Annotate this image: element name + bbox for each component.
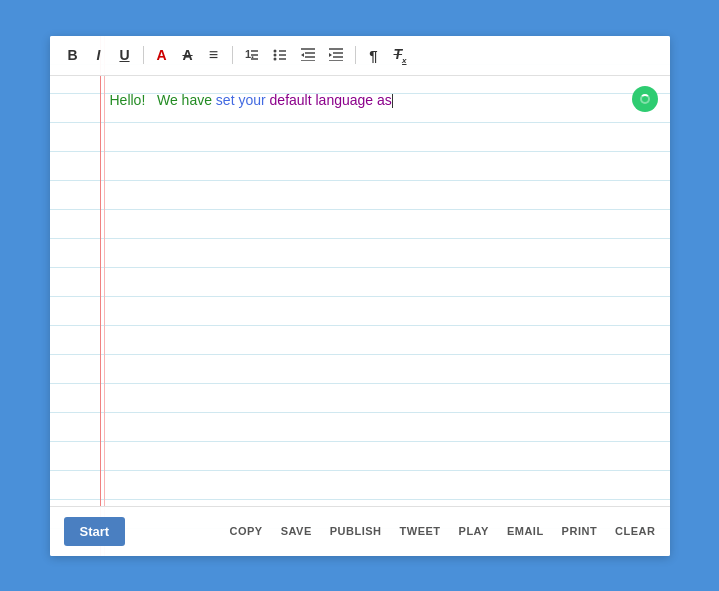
clear-format-button[interactable]: Tx — [389, 44, 412, 68]
svg-text:1.: 1. — [245, 48, 254, 60]
cursor — [392, 94, 393, 108]
text-as: as — [377, 92, 392, 108]
publish-button[interactable]: PUBLISH — [330, 523, 382, 539]
paragraph-button[interactable]: ¶ — [363, 45, 385, 66]
text-set: set — [216, 92, 239, 108]
spinner-inner — [640, 94, 650, 104]
indent-button[interactable] — [324, 44, 348, 66]
ordered-list-button[interactable]: 1. — [240, 44, 264, 66]
align-button[interactable]: ≡ — [203, 44, 225, 66]
footer-actions: COPY SAVE PUBLISH TWEET PLAY EMAIL PRINT… — [229, 523, 655, 539]
text-your: your — [238, 92, 269, 108]
svg-point-8 — [273, 58, 276, 61]
separator1 — [143, 46, 144, 64]
separator2 — [232, 46, 233, 64]
separator3 — [355, 46, 356, 64]
text-hello: Hello! — [110, 92, 146, 108]
footer: Start COPY SAVE PUBLISH TWEET PLAY EMAIL… — [50, 506, 670, 556]
svg-point-6 — [273, 54, 276, 57]
text-default: default — [270, 92, 316, 108]
email-button[interactable]: EMAIL — [507, 523, 544, 539]
print-button[interactable]: PRINT — [562, 523, 598, 539]
text-language: language — [316, 92, 378, 108]
spinner-icon — [632, 86, 658, 112]
play-button[interactable]: PLAY — [459, 523, 489, 539]
svg-marker-19 — [329, 53, 332, 57]
svg-point-4 — [273, 50, 276, 53]
copy-button[interactable]: COPY — [229, 523, 262, 539]
editor-text[interactable]: Hello! We have set your default language… — [110, 86, 654, 436]
bold-button[interactable]: B — [62, 45, 84, 65]
editor-panel: B I U A A ≡ 1. — [50, 36, 670, 556]
save-button[interactable]: SAVE — [281, 523, 312, 539]
svg-marker-14 — [301, 53, 304, 57]
clear-button[interactable]: CLEAR — [615, 523, 655, 539]
outdent-button[interactable] — [296, 44, 320, 66]
font-color-button[interactable]: A — [151, 45, 173, 65]
toolbar: B I U A A ≡ 1. — [50, 36, 670, 77]
text-wehave: We have — [149, 92, 216, 108]
italic-button[interactable]: I — [88, 45, 110, 65]
tweet-button[interactable]: TWEET — [400, 523, 441, 539]
start-button[interactable]: Start — [64, 517, 126, 546]
content-area[interactable]: Hello! We have set your default language… — [50, 76, 670, 505]
strikethrough-button[interactable]: A — [177, 45, 199, 65]
underline-button[interactable]: U — [114, 45, 136, 65]
unordered-list-button[interactable] — [268, 44, 292, 66]
